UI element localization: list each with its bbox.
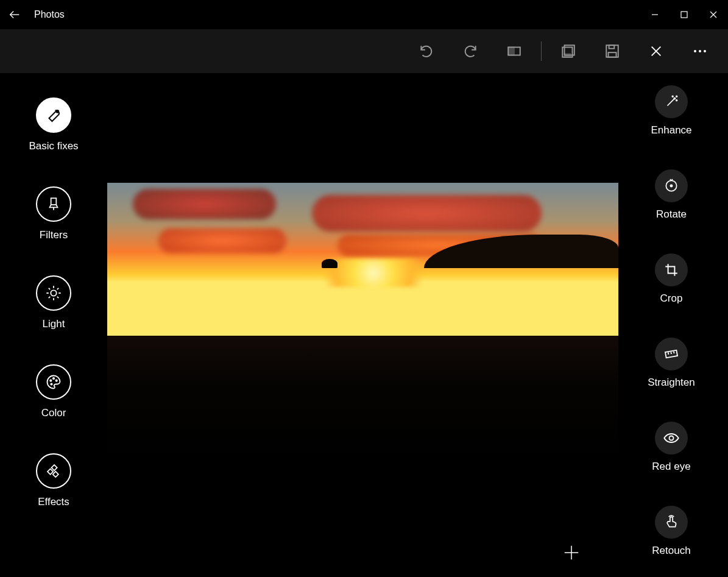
toolbar-separator (541, 41, 542, 61)
tab-effects[interactable]: Effects (36, 453, 71, 508)
svg-point-17 (56, 110, 58, 113)
tool-enhance[interactable]: Enhance (651, 85, 691, 136)
editor-toolbar (0, 29, 728, 73)
svg-line-46 (674, 352, 674, 353)
tool-rotate[interactable]: Rotate (655, 169, 688, 221)
svg-line-36 (668, 99, 674, 106)
tool-retouch[interactable]: Retouch (652, 506, 690, 557)
photo-ground (107, 336, 618, 461)
svg-point-47 (669, 436, 673, 441)
svg-rect-35 (53, 472, 58, 477)
left-sidebar: Basic fixes Filters Light Color Effects (0, 97, 107, 542)
svg-rect-33 (51, 465, 57, 470)
maximize-button[interactable] (670, 0, 699, 29)
rotate-icon (663, 178, 679, 194)
tool-label: Red eye (652, 461, 690, 473)
photo-sky (107, 183, 618, 336)
svg-rect-34 (48, 469, 53, 474)
tab-filters[interactable]: Filters (36, 186, 71, 241)
save-copy-button[interactable] (546, 29, 590, 73)
svg-point-39 (676, 100, 677, 101)
cancel-button[interactable] (634, 29, 678, 73)
tab-basic-fixes[interactable]: Basic fixes (29, 97, 78, 152)
image-canvas[interactable] (107, 183, 618, 461)
tool-label: Retouch (652, 545, 690, 557)
wand-icon (663, 94, 679, 110)
svg-line-27 (57, 288, 58, 289)
undo-button[interactable] (405, 29, 448, 73)
svg-line-25 (49, 288, 50, 289)
tab-light[interactable]: Light (36, 275, 71, 330)
svg-point-14 (694, 50, 696, 52)
svg-rect-8 (565, 54, 571, 57)
svg-point-42 (670, 185, 672, 186)
wrench-icon (44, 106, 63, 124)
svg-rect-1 (681, 12, 687, 18)
more-button[interactable] (678, 29, 722, 73)
palette-icon (45, 373, 62, 391)
svg-point-15 (699, 50, 701, 52)
svg-point-40 (672, 96, 673, 97)
svg-point-30 (53, 378, 54, 379)
svg-point-37 (674, 98, 675, 99)
brush-icon (46, 196, 62, 212)
tab-label: Filters (40, 229, 68, 241)
back-button[interactable] (0, 0, 29, 29)
straighten-icon (663, 345, 680, 363)
tool-label: Rotate (656, 208, 687, 221)
tab-label: Basic fixes (29, 140, 78, 152)
svg-rect-11 (609, 45, 615, 48)
svg-point-20 (51, 290, 56, 296)
save-button[interactable] (590, 29, 634, 73)
tool-red-eye[interactable]: Red eye (652, 422, 690, 473)
svg-point-31 (56, 380, 57, 381)
touch-icon (663, 514, 679, 530)
compare-button[interactable] (492, 29, 536, 73)
tool-straighten[interactable]: Straighten (648, 338, 695, 389)
svg-line-44 (668, 352, 669, 354)
editor-main: Basic fixes Filters Light Color Effects … (0, 73, 728, 577)
tab-label: Color (41, 407, 66, 419)
tool-label: Enhance (651, 124, 691, 136)
tab-label: Light (43, 318, 65, 330)
app-title: Photos (29, 9, 65, 20)
svg-line-28 (49, 297, 50, 298)
minimize-button[interactable] (640, 0, 670, 29)
svg-rect-10 (609, 52, 617, 57)
tab-label: Effects (38, 496, 69, 508)
tool-crop[interactable]: Crop (655, 253, 688, 305)
sun-icon (45, 285, 62, 302)
tool-label: Crop (660, 292, 683, 305)
eye-icon (663, 430, 680, 447)
titlebar: Photos (0, 0, 728, 29)
svg-point-32 (51, 383, 52, 384)
right-sidebar: Enhance Rotate Crop Straighten Red eye R… (620, 85, 723, 577)
add-button[interactable] (554, 536, 588, 570)
svg-point-38 (676, 96, 677, 97)
svg-point-29 (50, 380, 51, 381)
close-window-button[interactable] (699, 0, 728, 29)
tool-label: Straighten (648, 377, 695, 389)
svg-rect-18 (51, 198, 57, 205)
svg-line-45 (671, 352, 671, 354)
redo-button[interactable] (448, 29, 492, 73)
tab-color[interactable]: Color (36, 364, 71, 419)
crop-icon (663, 262, 679, 278)
svg-point-16 (704, 50, 706, 52)
svg-line-26 (57, 297, 58, 298)
svg-rect-5 (508, 48, 514, 55)
sparkles-icon (46, 463, 62, 479)
